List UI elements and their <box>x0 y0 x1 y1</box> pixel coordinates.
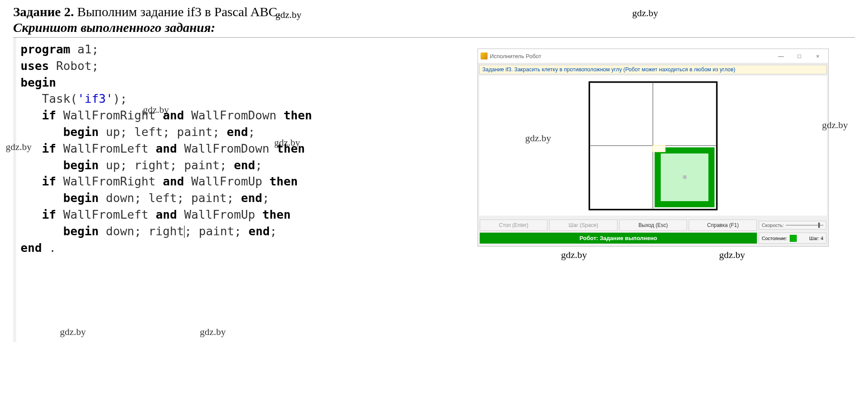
maximize-button[interactable]: □ <box>791 51 807 61</box>
task-description: Задание if3. Закрасить клетку в противоп… <box>479 65 827 74</box>
step-count: Шаг: 4 <box>809 236 823 241</box>
minimize-button[interactable]: — <box>773 51 789 61</box>
grid-cell <box>653 83 716 146</box>
marker-icon <box>652 145 666 152</box>
subtitle: Скриншот выполненного задания: gdz.by <box>13 20 855 35</box>
robot-grid-area: gdz.by gdz.by <box>479 76 827 216</box>
code-editor[interactable]: program a1; uses Robot; begin Task('if3'… <box>16 38 478 342</box>
grid-cell <box>590 146 653 209</box>
watermark: gdz.by <box>143 103 169 117</box>
status-bar: Робот: Задание выполнено <box>480 233 757 244</box>
grid-cell-painted <box>653 146 716 209</box>
speed-panel: Скорость: <box>759 221 826 230</box>
robot-window: Исполнитель Робот — □ × Задание if3. Зак… <box>478 49 829 247</box>
robot-icon <box>683 175 687 179</box>
step-button[interactable]: Шаг (Space) <box>549 220 617 231</box>
watermark: gdz.by <box>200 325 226 339</box>
grid-cell <box>590 83 653 146</box>
state-label: Состояние: <box>762 236 787 241</box>
close-button[interactable]: × <box>810 51 826 61</box>
watermark: gdz.by <box>719 249 745 261</box>
task-desc: Выполним задание if3 в Pascal ABC. <box>74 4 281 19</box>
window-title: Исполнитель Робот <box>490 53 773 59</box>
help-button[interactable]: Справка (F1) <box>689 220 757 231</box>
watermark: gdz.by <box>274 136 300 150</box>
speed-slider[interactable] <box>786 225 823 226</box>
grid <box>589 81 718 210</box>
stop-button[interactable]: Стоп (Enter) <box>480 220 548 231</box>
painted-cell <box>655 147 715 207</box>
titlebar[interactable]: Исполнитель Робот — □ × <box>478 49 828 63</box>
state-panel: Состояние: Шаг: 4 <box>759 233 826 244</box>
watermark: gdz.by <box>60 325 86 339</box>
exit-button[interactable]: Выход (Esc) <box>619 220 687 231</box>
watermark: gdz.by <box>822 119 848 131</box>
state-indicator-icon <box>790 235 797 242</box>
watermark: gdz.by <box>275 9 301 21</box>
watermark: gdz.by <box>561 249 587 261</box>
watermark: gdz.by <box>525 133 551 144</box>
watermark: gdz.by <box>632 7 658 19</box>
speed-label: Скорость: <box>762 223 784 228</box>
task-number: Задание 2. <box>13 4 74 19</box>
app-icon <box>481 52 488 59</box>
watermark: gdz.by <box>6 140 31 154</box>
